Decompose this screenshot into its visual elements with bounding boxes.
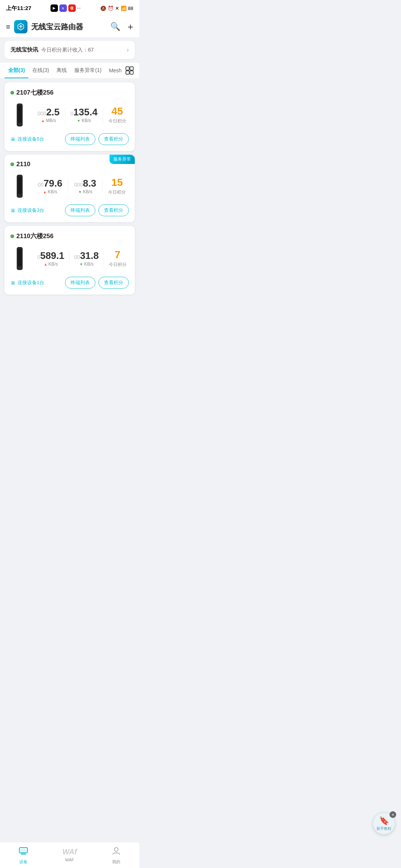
- view-points-btn-2[interactable]: 查看积分: [98, 204, 129, 216]
- status-bar: 上午11:27 ▶ S 值 ·· 🔕 ⏰ ✕ 📶 88: [0, 0, 139, 16]
- connected-info-2: 🖥 连接设备3台: [10, 207, 44, 214]
- stat-divider-3b: [104, 251, 104, 266]
- download-stat-2: 0008.3 ▼ KB/s: [74, 178, 97, 195]
- header: ≡ 无线宝云路由器 🔍 +: [0, 16, 139, 37]
- grid-view-icon[interactable]: [124, 65, 135, 76]
- router-card-2: 2110 服务异常 0079.6 ▲ KB/s: [4, 155, 135, 222]
- card-buttons-1: 终端列表 查看积分: [65, 133, 129, 145]
- card-buttons-2: 终端列表 查看积分: [65, 204, 129, 216]
- download-arrow-1: ▼: [77, 119, 81, 123]
- status-dot-2: [10, 162, 14, 166]
- svg-rect-11: [18, 249, 22, 266]
- download-meta-2: ▼ KB/s: [74, 189, 97, 194]
- download-value-1: 0135.4: [71, 107, 98, 118]
- alarm-icon: ⏰: [108, 6, 114, 11]
- svg-point-12: [19, 267, 21, 269]
- points-label-3: 今日积分: [109, 262, 127, 268]
- svg-rect-0: [126, 67, 129, 70]
- news-title: 无线宝快讯: [10, 46, 38, 53]
- header-right: 🔍 +: [110, 21, 133, 33]
- news-arrow-icon: ›: [127, 46, 129, 54]
- upload-stat-3: 0589.1 ▲ KB/s: [37, 250, 64, 267]
- monitor-icon-2: 🖥: [10, 208, 15, 213]
- connected-text-2: 连接设备3台: [17, 207, 44, 214]
- connected-text-1: 连接设备5台: [17, 136, 44, 142]
- header-title: 无线宝云路由器: [31, 22, 83, 32]
- svg-rect-3: [130, 71, 133, 74]
- svg-rect-1: [130, 67, 133, 70]
- upload-meta-2: ▲ KB/s: [38, 189, 62, 194]
- stat-divider-1b: [103, 108, 103, 122]
- points-label-1: 今日积分: [108, 118, 126, 124]
- download-arrow-3: ▼: [79, 262, 83, 266]
- upload-value-1: 0002.5: [38, 107, 60, 118]
- upload-value-3: 0589.1: [37, 250, 64, 261]
- battery-icon: 88: [128, 6, 133, 11]
- points-value-2: 15: [108, 177, 126, 188]
- svg-rect-2: [126, 71, 129, 74]
- news-left: 无线宝快讯 今日积分累计收入：67: [10, 46, 94, 53]
- news-subtitle: 今日积分累计收入：67: [41, 47, 94, 53]
- news-banner[interactable]: 无线宝快讯 今日积分累计收入：67 ›: [4, 41, 135, 59]
- system-icons: 🔕 ⏰ ✕ 📶 88: [100, 6, 133, 11]
- more-dots: ··: [77, 5, 81, 11]
- app-logo: [14, 20, 27, 33]
- card-footer-1: 🖥 连接设备5台 终端列表 查看积分: [10, 133, 129, 145]
- upload-arrow-2: ▲: [43, 190, 47, 194]
- router-card-3: 2110六楼256 0589.1 ▲ KB/s 0: [4, 226, 135, 295]
- status-time: 上午11:27: [6, 5, 31, 12]
- service-badge-2: 服务异常: [110, 155, 135, 164]
- stat-divider-2a: [68, 179, 68, 194]
- router-name-2: 2110: [16, 161, 30, 168]
- points-stat-1: 45 今日积分: [108, 106, 126, 124]
- download-meta-1: ▼ KB/s: [71, 118, 98, 123]
- router-name-1: 2107七楼256: [16, 88, 53, 97]
- points-value-3: 7: [109, 249, 127, 261]
- router-image-3: [10, 246, 29, 272]
- tabs-container: 全部(3) 在线(3) 离线 服务异常(1) Mesh 低耗: [0, 63, 139, 79]
- stat-divider-1a: [65, 108, 65, 122]
- upload-stat-2: 0079.6 ▲ KB/s: [38, 178, 62, 195]
- add-icon[interactable]: +: [128, 21, 133, 33]
- upload-meta-1: ▲ MB/s: [38, 118, 60, 123]
- stat-group-1: 0002.5 ▲ MB/s 0135.4 ▼ KB/s 45: [35, 106, 129, 124]
- card-header-1: 2107七楼256: [10, 88, 129, 97]
- stat-group-2: 0079.6 ▲ KB/s 0008.3 ▼ KB/s 15: [35, 177, 129, 195]
- connected-info-3: 🖥 连接设备1台: [10, 279, 44, 286]
- stat-divider-2b: [102, 179, 102, 194]
- connected-info-1: 🖥 连接设备5台: [10, 136, 44, 142]
- svg-point-6: [19, 124, 21, 125]
- tab-mesh[interactable]: Mesh: [105, 63, 121, 78]
- tab-all[interactable]: 全部(3): [4, 63, 29, 78]
- card-footer-2: 🖥 连接设备3台 终端列表 查看积分: [10, 204, 129, 216]
- points-stat-3: 7 今日积分: [109, 249, 127, 268]
- download-value-2: 0008.3: [74, 178, 97, 189]
- status-dot-3: [10, 234, 14, 238]
- tab-online[interactable]: 在线(3): [29, 63, 53, 78]
- tab-offline[interactable]: 离线: [53, 63, 71, 78]
- terminal-list-btn-1[interactable]: 终端列表: [65, 133, 95, 145]
- card-stats-2: 0079.6 ▲ KB/s 0008.3 ▼ KB/s 15: [10, 173, 129, 199]
- close-icon: ✕: [115, 6, 119, 11]
- download-arrow-2: ▼: [78, 190, 82, 194]
- monitor-icon-3: 🖥: [10, 280, 15, 286]
- upload-meta-3: ▲ KB/s: [37, 262, 64, 267]
- douyin-icon: ▶: [50, 4, 58, 12]
- view-points-btn-3[interactable]: 查看积分: [98, 277, 129, 289]
- terminal-list-btn-3[interactable]: 终端列表: [65, 277, 95, 289]
- menu-icon[interactable]: ≡: [6, 23, 10, 31]
- router-card-1: 2107七楼256 0002.5 ▲ MB/s 0: [4, 82, 135, 151]
- header-left: ≡ 无线宝云路由器: [6, 20, 83, 33]
- points-label-2: 今日积分: [108, 189, 126, 195]
- search-icon[interactable]: 🔍: [110, 22, 120, 32]
- view-points-btn-1[interactable]: 查看积分: [98, 133, 129, 145]
- stat-group-3: 0589.1 ▲ KB/s 0031.8 ▼ KB/s 7: [35, 249, 129, 268]
- upload-value-2: 0079.6: [38, 178, 62, 189]
- svg-rect-5: [18, 106, 22, 123]
- upload-arrow-3: ▲: [44, 262, 48, 266]
- card-stats-1: 0002.5 ▲ MB/s 0135.4 ▼ KB/s 45: [10, 102, 129, 128]
- terminal-list-btn-2[interactable]: 终端列表: [65, 204, 95, 216]
- red-icon: 值: [68, 4, 76, 12]
- tab-service-error[interactable]: 服务异常(1): [71, 63, 105, 78]
- points-value-1: 45: [108, 106, 126, 117]
